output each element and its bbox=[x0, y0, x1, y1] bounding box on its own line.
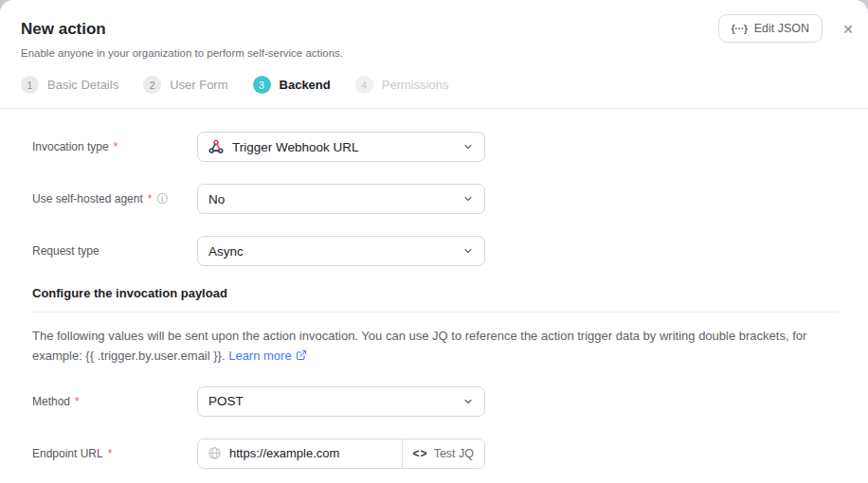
external-link-icon bbox=[296, 349, 307, 364]
chevron-down-icon bbox=[462, 396, 474, 407]
invocation-type-row: Invocation type* Trigger Webhook URL bbox=[32, 132, 838, 162]
step-permissions[interactable]: 4 Permissions bbox=[355, 76, 449, 94]
label-text: Invocation type bbox=[32, 140, 109, 153]
label-text: Method bbox=[32, 395, 70, 408]
label-text: Request type bbox=[32, 244, 99, 258]
json-braces-icon: {···} bbox=[732, 23, 748, 34]
required-marker: * bbox=[114, 140, 118, 153]
required-marker: * bbox=[75, 395, 80, 408]
step-number-badge: 4 bbox=[355, 76, 373, 94]
self-hosted-agent-label: Use self-hosted agent* ⓘ bbox=[32, 192, 197, 206]
step-user-form[interactable]: 2 User Form bbox=[143, 76, 227, 94]
page-subtitle: Enable anyone in your organization to pe… bbox=[21, 47, 847, 59]
learn-more-link[interactable]: Learn more bbox=[228, 349, 306, 363]
info-icon[interactable]: ⓘ bbox=[156, 193, 168, 205]
self-hosted-agent-row: Use self-hosted agent* ⓘ No bbox=[32, 184, 838, 214]
edit-json-button[interactable]: {···} Edit JSON bbox=[718, 14, 823, 43]
request-type-row: Request type Async bbox=[32, 236, 838, 266]
wizard-stepper: 1 Basic Details 2 User Form 3 Backend 4 … bbox=[21, 76, 847, 108]
endpoint-input-wrap bbox=[198, 439, 402, 468]
label-text: Endpoint URL bbox=[32, 447, 103, 460]
learn-more-label: Learn more bbox=[228, 349, 291, 363]
step-backend[interactable]: 3 Backend bbox=[253, 76, 331, 94]
method-label: Method* bbox=[32, 395, 197, 408]
form-content: Invocation type* Trigger Webhook URL bbox=[0, 132, 868, 469]
close-icon[interactable]: ✕ bbox=[839, 19, 858, 40]
invocation-type-label: Invocation type* bbox=[32, 140, 197, 153]
step-label: User Form bbox=[170, 78, 227, 92]
chevron-down-icon bbox=[462, 193, 474, 205]
new-action-modal: New action Enable anyone in your organiz… bbox=[0, 0, 868, 483]
step-number-badge: 3 bbox=[253, 76, 271, 94]
step-label: Basic Details bbox=[47, 78, 118, 92]
endpoint-url-input[interactable] bbox=[229, 446, 392, 460]
endpoint-url-label: Endpoint URL* bbox=[32, 447, 197, 460]
chevron-down-icon bbox=[462, 245, 474, 257]
required-marker: * bbox=[148, 192, 153, 206]
request-type-value: Async bbox=[208, 244, 244, 259]
test-jq-button[interactable]: <> Test JQ bbox=[403, 439, 484, 468]
method-select[interactable]: POST bbox=[197, 386, 485, 417]
edit-json-label: Edit JSON bbox=[754, 22, 809, 35]
method-value: POST bbox=[208, 394, 244, 408]
payload-description-text: The following values will be sent upon t… bbox=[32, 329, 806, 363]
required-marker: * bbox=[108, 447, 113, 460]
step-basic-details[interactable]: 1 Basic Details bbox=[21, 76, 118, 94]
webhook-icon bbox=[208, 139, 224, 154]
step-label: Permissions bbox=[382, 78, 449, 92]
invocation-type-select[interactable]: Trigger Webhook URL bbox=[197, 132, 485, 162]
method-row: Method* POST bbox=[32, 386, 838, 417]
payload-section-divider bbox=[32, 312, 838, 313]
step-number-badge: 2 bbox=[143, 76, 161, 94]
step-number-badge: 1 bbox=[21, 76, 39, 94]
request-type-label: Request type bbox=[32, 244, 197, 258]
request-type-select[interactable]: Async bbox=[197, 236, 485, 266]
payload-description: The following values will be sent upon t… bbox=[32, 327, 838, 367]
header-divider bbox=[0, 108, 868, 109]
endpoint-url-row: Endpoint URL* <> Test JQ bbox=[32, 438, 838, 469]
test-jq-label: Test JQ bbox=[434, 447, 474, 460]
self-hosted-agent-select[interactable]: No bbox=[197, 184, 485, 214]
step-label: Backend bbox=[280, 78, 331, 92]
code-icon: <> bbox=[413, 447, 428, 460]
endpoint-url-field: <> Test JQ bbox=[197, 438, 485, 469]
globe-icon bbox=[208, 446, 222, 460]
label-text: Use self-hosted agent bbox=[32, 192, 143, 206]
chevron-down-icon bbox=[462, 141, 474, 152]
invocation-type-value: Trigger Webhook URL bbox=[232, 140, 359, 154]
self-hosted-agent-value: No bbox=[208, 192, 225, 206]
payload-section-title: Configure the invocation payload bbox=[32, 286, 838, 300]
modal-header: New action Enable anyone in your organiz… bbox=[0, 0, 868, 108]
